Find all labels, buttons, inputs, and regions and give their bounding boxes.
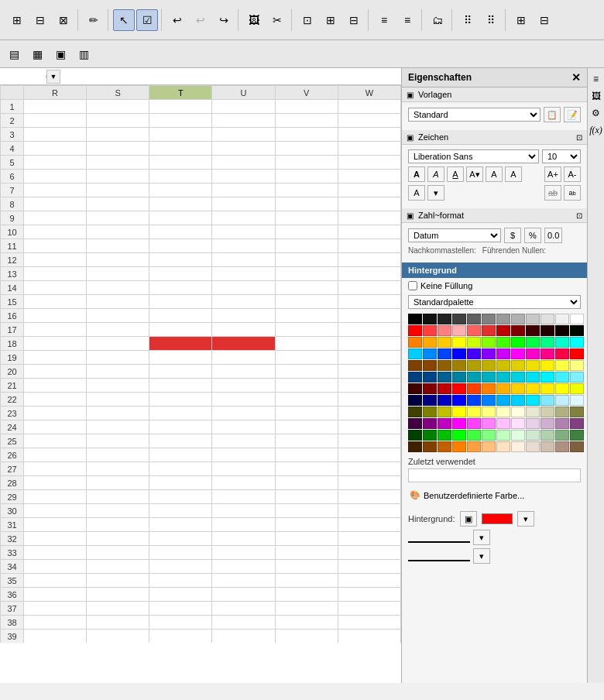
- cell-S20[interactable]: [87, 365, 149, 379]
- cell-S30[interactable]: [87, 504, 149, 518]
- cell-R15[interactable]: [24, 295, 87, 309]
- color-cell-6-9[interactable]: [541, 383, 554, 394]
- cell-T17[interactable]: [149, 323, 212, 337]
- color-cell-3-3[interactable]: [452, 348, 466, 359]
- cell-W8[interactable]: [338, 197, 400, 211]
- color-cell-2-6[interactable]: [496, 337, 510, 348]
- cell-T13[interactable]: [149, 267, 212, 281]
- row-header-7[interactable]: 7: [1, 184, 24, 197]
- cell-W7[interactable]: [338, 184, 400, 197]
- cell-W2[interactable]: [338, 114, 400, 128]
- cell-U5[interactable]: [212, 156, 275, 170]
- color-cell-8-6[interactable]: [496, 407, 510, 417]
- color-cell-9-3[interactable]: [452, 418, 466, 429]
- row-header-2[interactable]: 2: [1, 114, 24, 128]
- cell-R29[interactable]: [24, 490, 87, 504]
- col-header-S[interactable]: S: [87, 86, 149, 100]
- cell-S10[interactable]: [87, 225, 149, 239]
- cell-S15[interactable]: [87, 295, 149, 309]
- color-cell-11-7[interactable]: [511, 441, 525, 452]
- color-cell-1-10[interactable]: [555, 325, 569, 336]
- underline-drop-btn[interactable]: A▾: [466, 166, 483, 182]
- row-header-24[interactable]: 24: [1, 420, 24, 434]
- palette-dropdown-select[interactable]: Standardpalette: [408, 295, 581, 309]
- cell-T6[interactable]: [149, 170, 212, 184]
- cell-V9[interactable]: [275, 211, 338, 225]
- color-cell-3-11[interactable]: [570, 348, 584, 359]
- color-cell-3-0[interactable]: [408, 348, 422, 359]
- cell-U3[interactable]: [212, 128, 275, 142]
- cell-U37[interactable]: [212, 602, 275, 616]
- cell-W38[interactable]: [338, 616, 400, 630]
- tb-range2-btn[interactable]: ⊞: [320, 9, 341, 31]
- cell-T5[interactable]: [149, 156, 212, 170]
- cell-U6[interactable]: [212, 170, 275, 184]
- cell-V16[interactable]: [275, 309, 338, 323]
- cell-W28[interactable]: [338, 476, 400, 490]
- row-header-26[interactable]: 26: [1, 448, 24, 462]
- color-cell-4-0[interactable]: [408, 360, 422, 371]
- cell-R25[interactable]: [24, 434, 87, 448]
- decimal-btn[interactable]: 0.0: [544, 228, 562, 243]
- cell-W26[interactable]: [338, 448, 400, 462]
- row-header-8[interactable]: 8: [1, 197, 24, 211]
- percent-btn[interactable]: %: [524, 228, 541, 243]
- tb-grid3-btn[interactable]: ⊠: [53, 9, 74, 31]
- font-size-select[interactable]: 10: [542, 149, 581, 163]
- cell-S34[interactable]: [87, 560, 149, 574]
- color-cell-0-6[interactable]: [496, 314, 510, 324]
- cell-U38[interactable]: [212, 616, 275, 630]
- color-cell-5-7[interactable]: [511, 372, 525, 383]
- cell-U8[interactable]: [212, 197, 275, 211]
- cell-V36[interactable]: [275, 588, 338, 602]
- color-cell-9-8[interactable]: [526, 418, 540, 429]
- cell-S14[interactable]: [87, 281, 149, 295]
- cell-T30[interactable]: [149, 504, 212, 518]
- cell-V19[interactable]: [275, 351, 338, 365]
- cell-T28[interactable]: [149, 476, 212, 490]
- font-color-btn[interactable]: A: [408, 185, 425, 201]
- cell-W17[interactable]: [338, 323, 400, 337]
- currency-btn[interactable]: $: [504, 228, 521, 243]
- cell-W19[interactable]: [338, 351, 400, 365]
- cell-T10[interactable]: [149, 225, 212, 239]
- color-cell-10-4[interactable]: [467, 430, 481, 441]
- cell-U7[interactable]: [212, 184, 275, 197]
- cell-W14[interactable]: [338, 281, 400, 295]
- row-header-15[interactable]: 15: [1, 295, 24, 309]
- cell-T37[interactable]: [149, 602, 212, 616]
- col-header-U[interactable]: U: [212, 86, 275, 100]
- color-cell-11-4[interactable]: [467, 441, 481, 452]
- color-cell-3-6[interactable]: [496, 348, 510, 359]
- cell-T34[interactable]: [149, 560, 212, 574]
- row-header-28[interactable]: 28: [1, 476, 24, 490]
- color-cell-8-2[interactable]: [438, 407, 451, 417]
- cell-S25[interactable]: [87, 434, 149, 448]
- cell-S33[interactable]: [87, 546, 149, 560]
- cell-U28[interactable]: [212, 476, 275, 490]
- color-cell-0-4[interactable]: [467, 314, 481, 324]
- tb2-4-btn[interactable]: ▥: [73, 43, 94, 65]
- row-header-6[interactable]: 6: [1, 170, 24, 184]
- cell-S31[interactable]: [87, 518, 149, 532]
- cell-S9[interactable]: [87, 211, 149, 225]
- color-cell-4-11[interactable]: [570, 360, 584, 371]
- color-cell-4-6[interactable]: [496, 360, 510, 371]
- color-cell-3-4[interactable]: [467, 348, 481, 359]
- color-cell-9-11[interactable]: [570, 418, 584, 429]
- cell-T39[interactable]: [149, 630, 212, 643]
- tb-grid4-btn[interactable]: ⊞: [510, 9, 532, 31]
- cell-T33[interactable]: [149, 546, 212, 560]
- color-cell-3-5[interactable]: [482, 348, 496, 359]
- cell-T22[interactable]: [149, 393, 212, 407]
- color-cell-2-5[interactable]: [482, 337, 496, 348]
- row-header-16[interactable]: 16: [1, 309, 24, 323]
- cell-W21[interactable]: [338, 379, 400, 393]
- cell-R31[interactable]: [24, 518, 87, 532]
- cell-V13[interactable]: [275, 267, 338, 281]
- cell-U31[interactable]: [212, 518, 275, 532]
- cell-S39[interactable]: [87, 630, 149, 643]
- cell-T26[interactable]: [149, 448, 212, 462]
- color-cell-6-8[interactable]: [526, 383, 540, 394]
- cell-U10[interactable]: [212, 225, 275, 239]
